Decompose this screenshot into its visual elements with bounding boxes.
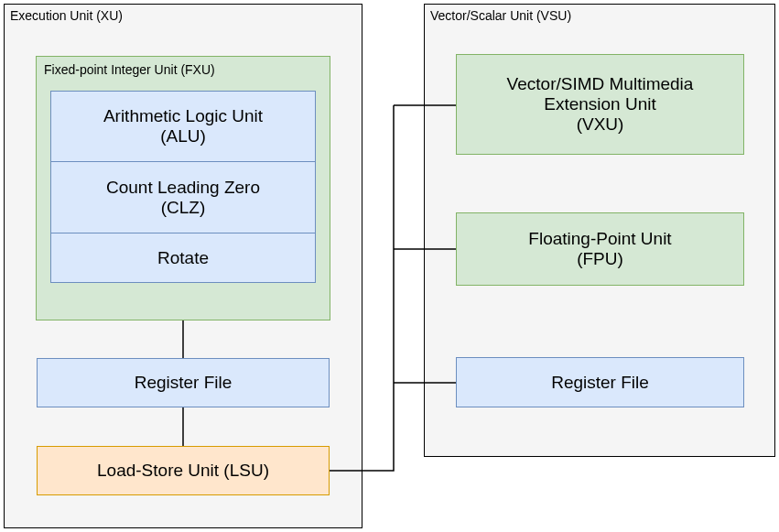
fpu-box: Floating-Point Unit (FPU) <box>456 212 744 286</box>
xu-register-file-box: Register File <box>37 358 330 407</box>
xu-register-file-label: Register File <box>135 373 233 393</box>
vsu-register-file-label: Register File <box>551 373 649 393</box>
vxu-label: Vector/SIMD Multimedia Extension Unit (V… <box>507 74 694 135</box>
load-store-unit-label: Load-Store Unit (LSU) <box>97 461 269 481</box>
clz-box: Count Leading Zero (CLZ) <box>50 162 316 233</box>
vsu-register-file-box: Register File <box>456 357 744 407</box>
rotate-box: Rotate <box>50 233 316 283</box>
rotate-label: Rotate <box>157 248 209 268</box>
load-store-unit-box: Load-Store Unit (LSU) <box>37 446 330 495</box>
vxu-box: Vector/SIMD Multimedia Extension Unit (V… <box>456 54 744 155</box>
fixed-point-unit-label: Fixed-point Integer Unit (FXU) <box>44 62 215 77</box>
fpu-label: Floating-Point Unit (FPU) <box>528 229 671 269</box>
alu-label: Arithmetic Logic Unit (ALU) <box>103 106 263 147</box>
diagram-canvas: Execution Unit (XU) Vector/Scalar Unit (… <box>0 0 779 532</box>
alu-box: Arithmetic Logic Unit (ALU) <box>50 91 316 162</box>
clz-label: Count Leading Zero (CLZ) <box>106 178 260 218</box>
vector-scalar-unit-label: Vector/Scalar Unit (VSU) <box>430 8 571 23</box>
execution-unit-label: Execution Unit (XU) <box>10 8 123 23</box>
